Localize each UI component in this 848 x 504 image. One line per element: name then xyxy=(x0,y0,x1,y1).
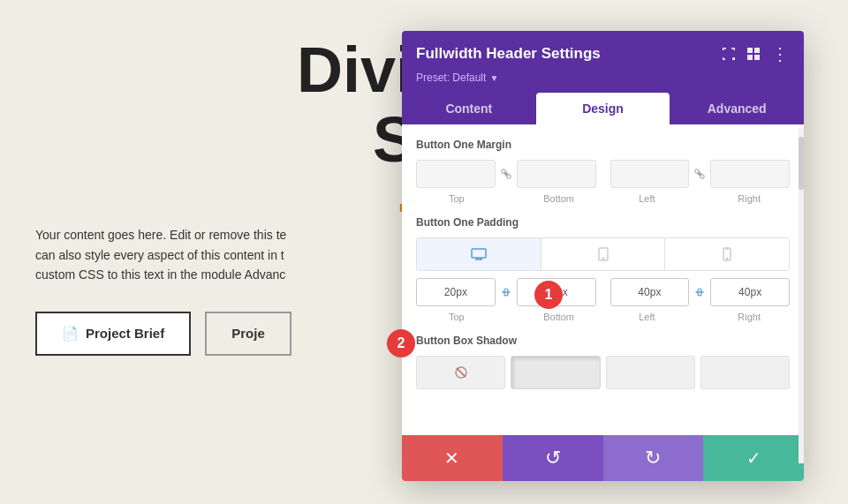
panel-header-top: Fullwidth Header Settings ⋮ xyxy=(416,43,790,64)
preset-selector[interactable]: Preset: Default ▼ xyxy=(416,71,790,84)
fullscreen-icon-button[interactable] xyxy=(722,47,736,61)
project-secondary-button[interactable]: Proje xyxy=(205,312,292,356)
margin-right-field xyxy=(710,160,790,188)
padding-top-label: Top xyxy=(416,312,497,322)
margin-left-input[interactable] xyxy=(610,160,690,188)
settings-panel: Fullwidth Header Settings ⋮ Preset: Defa… xyxy=(402,31,804,481)
cancel-button[interactable]: ✕ xyxy=(402,435,503,481)
padding-link-icon-1 xyxy=(497,278,515,306)
badge-1: 1 xyxy=(534,281,563,309)
svg-rect-2 xyxy=(747,55,753,60)
svg-rect-3 xyxy=(754,55,760,60)
svg-line-18 xyxy=(457,368,466,377)
panel-body: Button One Margin xyxy=(402,124,804,435)
svg-point-15 xyxy=(726,258,727,259)
svg-point-13 xyxy=(602,258,603,259)
padding-right-input[interactable] xyxy=(710,278,790,306)
box-shadow-preset-1[interactable] xyxy=(416,356,505,389)
margin-link-icon-1 xyxy=(497,160,515,188)
padding-link-icon-2 xyxy=(691,278,708,306)
reset-icon: ↺ xyxy=(545,447,561,470)
padding-section: Button One Padding xyxy=(416,216,790,322)
panel-header-icons: ⋮ xyxy=(722,43,790,64)
margin-top-field xyxy=(416,160,496,188)
shadow-off-icon xyxy=(452,364,470,381)
margin-left-field xyxy=(610,160,690,188)
grid-icon-button[interactable] xyxy=(746,47,761,61)
save-icon: ✓ xyxy=(746,448,761,469)
margin-bottom-label: Bottom xyxy=(519,193,600,204)
padding-left-field xyxy=(610,278,690,306)
fullscreen-icon xyxy=(722,47,736,61)
box-shadow-section-title: Button Box Shadow xyxy=(416,335,790,347)
panel-scrollbar-thumb xyxy=(799,137,804,190)
padding-left-input[interactable] xyxy=(610,278,690,306)
padding-right-field xyxy=(710,278,790,306)
padding-left-label: Left xyxy=(607,312,688,322)
margin-link-icon-2 xyxy=(691,160,708,188)
device-tabs xyxy=(416,237,790,271)
padding-top-input[interactable] xyxy=(416,278,496,306)
panel-actions: ✕ ↺ ↻ ✓ xyxy=(402,435,804,481)
badge-2: 2 xyxy=(387,329,415,357)
panel-tabs: Content Design Advanced xyxy=(402,93,804,124)
box-shadow-section: Button Box Shadow xyxy=(416,335,790,389)
document-icon: 📄 xyxy=(62,326,79,342)
svg-rect-7 xyxy=(700,175,704,178)
margin-bottom-input[interactable] xyxy=(517,160,596,188)
padding-bottom-label: Bottom xyxy=(519,312,600,322)
panel-header: Fullwidth Header Settings ⋮ Preset: Defa… xyxy=(402,31,804,93)
reset-button[interactable]: ↺ xyxy=(503,435,603,481)
box-shadow-preset-3[interactable] xyxy=(606,356,695,389)
margin-right-input[interactable] xyxy=(710,160,790,188)
svg-rect-5 xyxy=(507,175,511,178)
margin-right-label: Right xyxy=(708,193,790,204)
svg-rect-4 xyxy=(502,169,505,173)
padding-top-field xyxy=(416,278,496,306)
tab-advanced[interactable]: Advanced xyxy=(670,93,804,124)
mobile-tab[interactable] xyxy=(665,238,789,270)
panel-scrollbar[interactable] xyxy=(799,128,804,463)
save-button[interactable]: ✓ xyxy=(703,435,804,481)
panel-title: Fullwidth Header Settings xyxy=(416,45,601,63)
grid-icon xyxy=(746,47,761,61)
box-shadow-preset-2[interactable] xyxy=(511,356,600,389)
preset-arrow-icon: ▼ xyxy=(489,73,498,83)
svg-rect-1 xyxy=(754,48,760,53)
margin-bottom-field xyxy=(517,160,596,188)
svg-rect-0 xyxy=(747,48,753,53)
margin-section: Button One Margin xyxy=(416,139,790,204)
more-options-button[interactable]: ⋮ xyxy=(771,43,790,64)
margin-section-title: Button One Margin xyxy=(416,139,790,151)
project-brief-button[interactable]: 📄 Project Brief xyxy=(35,312,191,356)
padding-right-label: Right xyxy=(708,312,790,322)
margin-top-label: Top xyxy=(416,193,497,204)
margin-left-label: Left xyxy=(607,193,688,204)
desktop-tab[interactable] xyxy=(417,238,541,270)
padding-section-title: Button One Padding xyxy=(416,216,790,229)
cancel-icon: ✕ xyxy=(444,448,459,469)
redo-icon: ↻ xyxy=(645,447,661,470)
box-shadow-preset-4[interactable] xyxy=(700,356,790,389)
redo-button[interactable]: ↻ xyxy=(603,435,704,481)
tab-design[interactable]: Design xyxy=(536,93,670,124)
tab-content[interactable]: Content xyxy=(402,93,536,124)
svg-rect-8 xyxy=(472,249,486,258)
svg-rect-6 xyxy=(695,169,699,173)
body-text: Your content goes here. Edit or remove t… xyxy=(35,225,415,284)
margin-top-input[interactable] xyxy=(416,160,496,188)
tablet-tab[interactable] xyxy=(541,238,666,270)
